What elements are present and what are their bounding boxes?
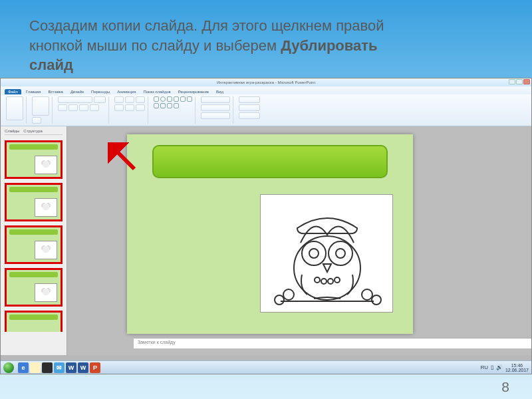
shape-rect-icon[interactable] bbox=[154, 96, 159, 102]
slide-thumbnail-5[interactable] bbox=[5, 311, 63, 332]
slide-thumbnail-2[interactable] bbox=[5, 183, 63, 221]
ribbon-group-editing bbox=[236, 96, 263, 124]
find-button[interactable] bbox=[239, 96, 260, 103]
svg-point-2 bbox=[329, 241, 352, 265]
paste-button[interactable] bbox=[6, 96, 23, 120]
slide-thumbnail-3[interactable] bbox=[5, 225, 63, 264]
shape-outline-button[interactable] bbox=[201, 104, 230, 111]
thumb-owl-icon bbox=[35, 283, 57, 302]
maximize-button[interactable] bbox=[516, 79, 523, 84]
bold-button[interactable] bbox=[58, 104, 67, 111]
slide-edit-area[interactable]: Заметки к слайду bbox=[67, 126, 531, 355]
shape-line-icon[interactable] bbox=[167, 96, 172, 102]
taskbar-app-icon[interactable]: ✉ bbox=[54, 362, 65, 373]
shape-connector-icon[interactable] bbox=[167, 103, 172, 108]
taskbar-icons: e✉WWP bbox=[18, 362, 102, 373]
svg-point-12 bbox=[328, 279, 333, 284]
notes-placeholder: Заметки к слайду bbox=[138, 340, 176, 344]
system-tray: RU ▯ 🔊 15:46 12.06.2017 bbox=[480, 363, 529, 372]
thumb-owl-icon bbox=[35, 156, 57, 174]
indent-button[interactable] bbox=[136, 96, 145, 103]
svg-point-13 bbox=[334, 277, 340, 283]
slide-title-shape[interactable] bbox=[152, 145, 388, 178]
tab-view[interactable]: Вид bbox=[213, 89, 226, 94]
powerpoint-screenshot: Интерактивная игра-раскраска - Microsoft… bbox=[0, 78, 532, 374]
taskbar-app-icon[interactable] bbox=[30, 362, 41, 373]
select-button[interactable] bbox=[239, 112, 260, 119]
minimize-button[interactable] bbox=[509, 79, 515, 84]
tray-clock[interactable]: 15:46 12.06.2017 bbox=[505, 363, 529, 372]
close-button[interactable] bbox=[523, 79, 530, 84]
taskbar-app-icon[interactable] bbox=[42, 362, 53, 373]
shape-oval-icon[interactable] bbox=[160, 96, 166, 102]
font-color-button[interactable] bbox=[90, 104, 99, 111]
svg-point-6 bbox=[283, 289, 294, 300]
thumbnail-tab-slides[interactable]: Слайды bbox=[5, 129, 19, 133]
svg-point-3 bbox=[309, 249, 319, 258]
tab-animations[interactable]: Анимация bbox=[114, 89, 138, 94]
thumbnail-tab-outline[interactable]: Структура bbox=[23, 129, 42, 133]
ribbon-group-clipboard bbox=[3, 96, 27, 124]
tray-date: 12.06.2017 bbox=[505, 368, 529, 372]
svg-point-8 bbox=[362, 289, 372, 300]
italic-button[interactable] bbox=[68, 104, 78, 111]
svg-point-4 bbox=[336, 249, 345, 258]
replace-button[interactable] bbox=[239, 104, 260, 111]
ribbon-group-paragraph bbox=[112, 96, 148, 124]
shape-more-icon[interactable] bbox=[174, 103, 179, 108]
tab-transitions[interactable]: Переходы bbox=[88, 89, 112, 94]
slide-thumbnail-panel: Слайды Структура bbox=[1, 126, 67, 355]
ribbon-group-drawing bbox=[151, 96, 196, 124]
font-select[interactable] bbox=[58, 96, 92, 103]
shape-fill-button[interactable] bbox=[201, 96, 230, 103]
taskbar-app-icon[interactable]: e bbox=[18, 362, 29, 373]
shape-arrow-icon[interactable] bbox=[174, 96, 179, 102]
ribbon-group-font bbox=[55, 96, 109, 124]
taskbar-app-icon[interactable]: P bbox=[90, 362, 100, 373]
slide-thumbnail-1[interactable] bbox=[5, 140, 63, 179]
tray-volume-icon[interactable]: 🔊 bbox=[496, 364, 503, 370]
instruction-text: Создадим копии слайда. Для этого щелкнем… bbox=[0, 0, 532, 80]
taskbar-app-icon[interactable]: W bbox=[78, 362, 88, 373]
tab-home[interactable]: Главная bbox=[23, 89, 44, 94]
bullets-button[interactable] bbox=[114, 96, 124, 103]
ribbon-group-styles bbox=[198, 96, 233, 124]
svg-point-10 bbox=[315, 277, 320, 283]
taskbar-app-icon[interactable]: W bbox=[66, 362, 76, 373]
instruction-line3-bold: слайд bbox=[29, 57, 73, 73]
current-slide[interactable] bbox=[127, 134, 413, 334]
start-button[interactable] bbox=[3, 362, 14, 373]
tab-file[interactable]: Файл bbox=[5, 89, 21, 94]
underline-button[interactable] bbox=[79, 104, 88, 111]
slide-thumbnail-4[interactable] bbox=[5, 268, 63, 307]
numbering-button[interactable] bbox=[125, 96, 134, 103]
align-center-button[interactable] bbox=[125, 104, 134, 111]
shape-callout-icon[interactable] bbox=[154, 103, 159, 108]
shape-effects-button[interactable] bbox=[201, 112, 230, 119]
owl-icon bbox=[261, 195, 394, 313]
align-left-button[interactable] bbox=[114, 104, 124, 111]
tab-slideshow[interactable]: Показ слайдов bbox=[140, 89, 173, 94]
ribbon-tabs: Файл Главная Вставка Дизайн Переходы Ани… bbox=[1, 86, 531, 94]
slide-owl-image[interactable] bbox=[260, 194, 393, 313]
notes-pane[interactable]: Заметки к слайду bbox=[134, 338, 531, 348]
new-slide-button[interactable] bbox=[32, 96, 49, 116]
tab-review[interactable]: Рецензирование bbox=[176, 89, 211, 94]
tray-network-icon[interactable]: ▯ bbox=[491, 364, 493, 370]
shape-brace-icon[interactable] bbox=[160, 103, 166, 108]
font-size[interactable] bbox=[94, 96, 106, 103]
window-controls bbox=[509, 79, 530, 84]
shape-star-icon[interactable] bbox=[187, 96, 192, 102]
window-title: Интерактивная игра-раскраска - Microsoft… bbox=[217, 80, 315, 84]
shape-tri-icon[interactable] bbox=[180, 96, 186, 102]
instruction-line1: Создадим копии слайда. Для этого щелкнем… bbox=[29, 17, 384, 34]
ribbon bbox=[1, 94, 531, 126]
tray-time: 15:46 bbox=[505, 363, 529, 368]
tab-insert[interactable]: Вставка bbox=[46, 89, 66, 94]
layout-button[interactable] bbox=[32, 117, 41, 124]
align-right-button[interactable] bbox=[136, 104, 145, 111]
tab-design[interactable]: Дизайн bbox=[68, 89, 86, 94]
windows-taskbar: e✉WWP RU ▯ 🔊 15:46 12.06.2017 bbox=[1, 360, 531, 374]
instruction-line2-pre: кнопкой мыши по слайду и выберем bbox=[29, 37, 281, 54]
tray-lang[interactable]: RU bbox=[480, 364, 488, 370]
